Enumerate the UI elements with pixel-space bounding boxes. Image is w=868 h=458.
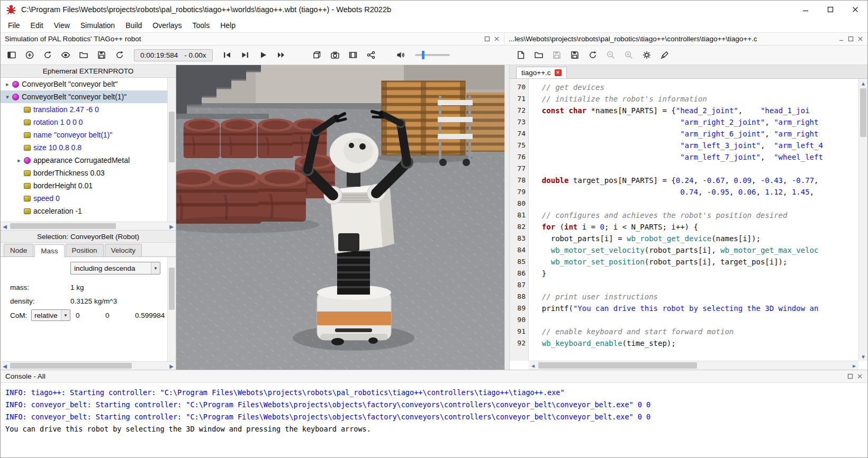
- scroll-down-icon[interactable]: ▼: [859, 352, 867, 361]
- new-file-button[interactable]: [513, 48, 529, 62]
- tree-item[interactable]: speed 0: [1, 192, 176, 205]
- tab-position[interactable]: Position: [66, 244, 104, 257]
- chevron-down-icon[interactable]: ▾: [4, 94, 11, 100]
- code-line[interactable]: for (int i = 0; i < N_PARTS; i++) {: [533, 221, 858, 233]
- tree-item[interactable]: borderHeight 0.01: [1, 179, 176, 192]
- scrollbar-thumb[interactable]: [169, 268, 175, 310]
- code-line[interactable]: "arm_left_7_joint", "wheel_left: [533, 151, 858, 163]
- tab-node[interactable]: Node: [4, 244, 33, 257]
- play-button[interactable]: [255, 48, 271, 62]
- fast-forward-button[interactable]: [273, 48, 289, 62]
- code-line[interactable]: // configures and achieves the robot's p…: [533, 209, 858, 221]
- tab-mass[interactable]: Mass: [34, 244, 64, 257]
- zoom-in-button[interactable]: [621, 48, 637, 62]
- scroll-left-icon[interactable]: ◀: [1, 222, 9, 231]
- menu-build[interactable]: Build: [120, 20, 147, 31]
- scroll-left-icon[interactable]: ◀: [529, 361, 537, 370]
- editor-tab[interactable]: tiago++.c ✕: [516, 67, 567, 78]
- code-line[interactable]: double target_pos[N_PARTS] = {0.24, -0.6…: [533, 175, 858, 186]
- volume-slider-thumb[interactable]: [422, 51, 424, 59]
- scene-tree-vertical-scrollbar[interactable]: [167, 78, 176, 222]
- panel-float-icon[interactable]: [484, 36, 490, 42]
- projection-mode-button[interactable]: [309, 48, 325, 62]
- descendants-dropdown[interactable]: including descenda ▼: [70, 262, 160, 274]
- tab-close-icon[interactable]: ✕: [555, 69, 562, 76]
- code-line[interactable]: 0.74, -0.95, 0.06, 1.12, 1.45,: [533, 186, 858, 198]
- movie-record-button[interactable]: [345, 48, 361, 62]
- menu-file[interactable]: File: [3, 20, 25, 31]
- save-file-button[interactable]: [549, 48, 565, 62]
- volume-slider[interactable]: [415, 54, 450, 56]
- scroll-up-icon[interactable]: ▲: [859, 79, 867, 87]
- code-line[interactable]: wb_motor_set_position(robot_parts[i], ta…: [533, 256, 858, 268]
- scrollbar-thumb[interactable]: [169, 112, 175, 162]
- tab-velocity[interactable]: Velocity: [105, 244, 142, 257]
- code-line[interactable]: wb_motor_set_velocity(robot_parts[i], wb…: [533, 244, 858, 256]
- code-line[interactable]: // enable keyboard and start forward mot…: [533, 326, 858, 337]
- step-button[interactable]: [237, 48, 253, 62]
- tree-item[interactable]: ▾ConveyorBelt "conveyor belt(1)": [1, 90, 176, 103]
- panel-close-icon[interactable]: [857, 373, 863, 379]
- code-line[interactable]: [533, 314, 858, 326]
- menu-view[interactable]: View: [49, 20, 75, 31]
- menu-overlays[interactable]: Overlays: [147, 20, 187, 31]
- scene-tree-horizontal-scrollbar[interactable]: ◀ ▶: [1, 222, 176, 230]
- open-world-button[interactable]: [76, 48, 92, 62]
- panel-close-icon[interactable]: [857, 36, 863, 42]
- code-line[interactable]: }: [533, 268, 858, 279]
- inspector-horizontal-scrollbar[interactable]: ◀ ▶: [1, 361, 176, 370]
- tree-item[interactable]: ▸appearance CorrugatedMetal: [1, 154, 176, 167]
- scroll-right-icon[interactable]: ▶: [167, 222, 176, 231]
- code-line[interactable]: printf("You can drive this robot by sele…: [533, 303, 858, 314]
- code-line[interactable]: "arm_left_3_joint", "arm_left_4: [533, 140, 858, 151]
- chevron-right-icon[interactable]: ▸: [4, 81, 11, 88]
- scroll-right-icon[interactable]: ▶: [167, 362, 176, 370]
- scrollbar-thumb[interactable]: [860, 88, 866, 137]
- menu-simulation[interactable]: Simulation: [75, 20, 120, 31]
- editor-vertical-scrollbar[interactable]: ▲ ▼: [858, 79, 867, 361]
- revert-file-button[interactable]: [585, 48, 601, 62]
- sound-mute-button[interactable]: [393, 48, 409, 62]
- tree-item[interactable]: translation 2.47 -6 0: [1, 103, 176, 116]
- share-button[interactable]: [363, 48, 379, 62]
- code-line[interactable]: // get devices: [533, 81, 858, 93]
- minimize-button[interactable]: [793, 1, 818, 19]
- zoom-out-button[interactable]: [603, 48, 619, 62]
- chevron-right-icon[interactable]: ▸: [15, 157, 23, 164]
- code-line[interactable]: // initialize the robot's information: [533, 93, 858, 105]
- add-node-button[interactable]: [22, 48, 38, 62]
- code-line[interactable]: [533, 198, 858, 209]
- scrollbar-thumb[interactable]: [10, 363, 132, 369]
- reset-simulation-button[interactable]: [219, 48, 235, 62]
- 3d-view[interactable]: [176, 65, 504, 370]
- screenshot-button[interactable]: [327, 48, 343, 62]
- scrollbar-thumb[interactable]: [538, 362, 697, 369]
- panel-float-icon[interactable]: [847, 373, 853, 379]
- com-mode-dropdown[interactable]: relative ▼: [31, 309, 70, 321]
- code-line[interactable]: [533, 163, 858, 175]
- tree-item[interactable]: name "conveyor belt(1)": [1, 129, 176, 141]
- close-button[interactable]: [843, 1, 867, 19]
- scroll-left-icon[interactable]: ◀: [1, 362, 9, 370]
- tree-item[interactable]: borderThickness 0.03: [1, 167, 176, 179]
- restore-viewpoint-button[interactable]: [40, 48, 56, 62]
- editor-horizontal-scrollbar[interactable]: ◀ ▶: [529, 361, 858, 370]
- code-line[interactable]: const char *names[N_PARTS] = {"head_2_jo…: [533, 105, 858, 116]
- save-world-button[interactable]: [94, 48, 110, 62]
- panel-float-icon[interactable]: [848, 36, 854, 42]
- maximize-button[interactable]: [818, 1, 843, 19]
- menu-help[interactable]: Help: [215, 20, 241, 31]
- code-text[interactable]: // get devices // initialize the robot's…: [529, 79, 858, 361]
- open-file-button[interactable]: [531, 48, 547, 62]
- reload-world-button[interactable]: [112, 48, 128, 62]
- panel-close-icon[interactable]: [494, 36, 500, 42]
- code-line[interactable]: robot_parts[i] = wb_robot_get_device(nam…: [533, 233, 858, 244]
- code-line[interactable]: [533, 279, 858, 291]
- preferences-button[interactable]: [639, 48, 655, 62]
- menu-edit[interactable]: Edit: [25, 20, 49, 31]
- tree-item[interactable]: ▸ConveyorBelt "conveyor belt": [1, 78, 176, 90]
- inspector-vertical-scrollbar[interactable]: [167, 257, 176, 361]
- tree-item[interactable]: acceleration -1: [1, 205, 176, 217]
- tree-item[interactable]: size 10 0.8 0.8: [1, 141, 176, 154]
- code-line[interactable]: "arm_right_6_joint", "arm_right: [533, 128, 858, 140]
